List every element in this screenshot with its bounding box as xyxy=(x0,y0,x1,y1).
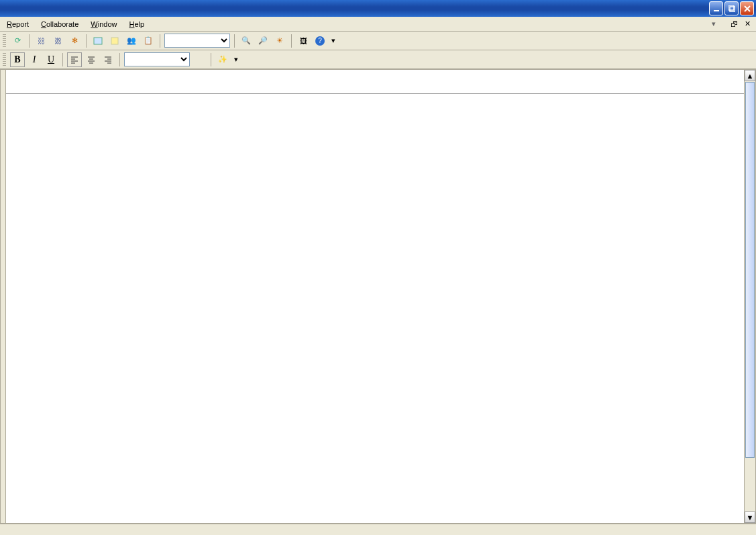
menu-collaborate[interactable]: Collaborate xyxy=(38,19,81,30)
italic-button[interactable]: I xyxy=(27,52,42,67)
window-close-button[interactable] xyxy=(740,1,754,15)
toolbar-options-icon[interactable]: ▾ xyxy=(329,34,337,48)
toolbar-grip[interactable] xyxy=(3,53,6,66)
svg-rect-3 xyxy=(94,38,102,44)
gantt-chart: ▲ ▼ xyxy=(0,69,756,524)
split-task-icon[interactable]: ✻ xyxy=(67,34,82,48)
scroll-thumb[interactable] xyxy=(745,82,755,458)
timescale-header xyxy=(6,70,744,94)
menu-report[interactable]: Report xyxy=(4,19,32,30)
vertical-scrollbar[interactable]: ▲ ▼ xyxy=(744,70,755,523)
splitter[interactable] xyxy=(1,70,6,523)
resource-substitution-icon[interactable]: ⟳ xyxy=(10,34,25,48)
task-information-icon[interactable] xyxy=(91,34,105,48)
dropdown-icon[interactable]: ▾ xyxy=(712,19,716,28)
publish-icon[interactable]: 📋 xyxy=(141,34,156,48)
gantt-body[interactable] xyxy=(6,94,744,523)
filter-select[interactable] xyxy=(124,52,190,66)
autofilter-button[interactable] xyxy=(192,52,207,67)
window-maximize-button[interactable] xyxy=(724,1,739,15)
group-by-select[interactable] xyxy=(164,34,230,48)
formatting-toolbar: B I U ✨ ▾ xyxy=(0,50,756,69)
link-tasks-icon[interactable]: ⛓ xyxy=(34,34,48,48)
window-titlebar xyxy=(0,0,756,17)
underline-button[interactable]: U xyxy=(44,52,58,67)
menu-window[interactable]: Window xyxy=(88,19,119,30)
menu-help[interactable]: Help xyxy=(126,19,147,30)
zoom-in-icon[interactable]: 🔍 xyxy=(239,34,254,48)
svg-rect-1 xyxy=(728,5,734,10)
restore-subwindow-button[interactable]: 🗗 xyxy=(729,19,739,29)
gantt-wizard-icon[interactable]: ✨ xyxy=(215,52,230,67)
assign-resources-icon[interactable]: 👥 xyxy=(124,34,139,48)
zoom-out-icon[interactable]: 🔎 xyxy=(256,34,270,48)
bold-button[interactable]: B xyxy=(10,52,25,67)
unlink-tasks-icon[interactable]: ⛓̸ xyxy=(50,34,65,48)
task-notes-icon[interactable] xyxy=(107,34,122,48)
svg-rect-4 xyxy=(111,38,118,44)
help-icon[interactable]: ? xyxy=(313,34,327,48)
status-bar xyxy=(0,524,756,535)
window-minimize-button[interactable] xyxy=(709,1,723,15)
goto-selected-task-icon[interactable]: ☀ xyxy=(272,34,287,48)
menu-bar: Report Collaborate Window Help ▾ 🗗 ✕ xyxy=(0,17,756,32)
scroll-up-button[interactable]: ▲ xyxy=(745,70,755,81)
close-subwindow-button[interactable]: ✕ xyxy=(743,19,752,29)
align-center-button[interactable] xyxy=(84,52,99,67)
copy-picture-icon[interactable]: 🖼 xyxy=(296,34,311,48)
align-left-button[interactable] xyxy=(67,52,82,67)
svg-rect-0 xyxy=(714,10,719,11)
scroll-down-button[interactable]: ▼ xyxy=(745,512,755,523)
toolbar-grip[interactable] xyxy=(3,34,6,48)
svg-rect-2 xyxy=(730,7,735,11)
align-right-button[interactable] xyxy=(101,52,115,67)
standard-toolbar: ⟳ ⛓ ⛓̸ ✻ 👥 📋 🔍 🔎 ☀ 🖼 ? ▾ xyxy=(0,32,756,50)
toolbar-options-icon[interactable]: ▾ xyxy=(232,52,240,67)
